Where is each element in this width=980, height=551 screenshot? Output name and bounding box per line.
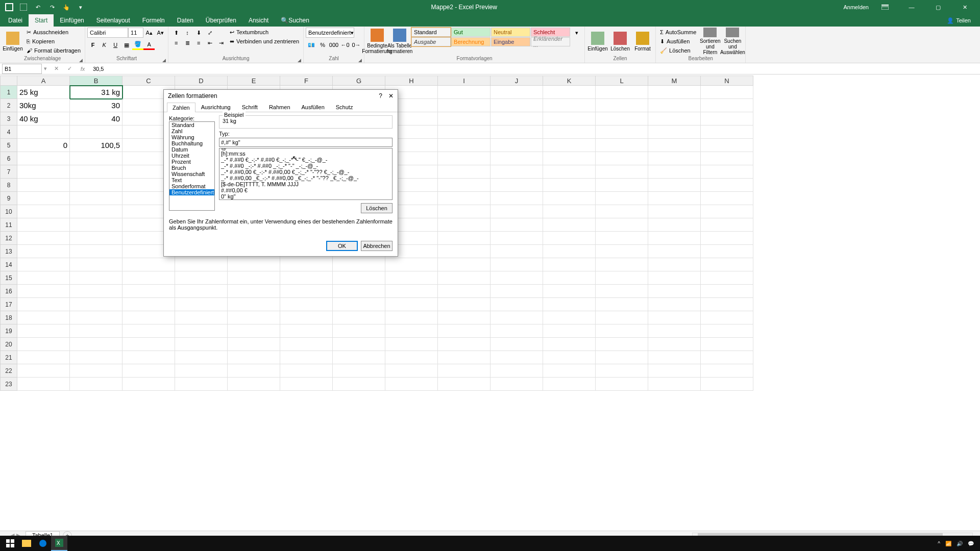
currency-icon[interactable]: 💶 (306, 40, 317, 50)
style-erkl[interactable]: Erklärender ... (531, 37, 570, 46)
group-cells: Einfügen Löschen Format Zellen (585, 27, 656, 63)
style-eingabe[interactable]: Eingabe (491, 37, 530, 46)
fill-button[interactable]: ⬇ Ausfüllen (658, 37, 698, 46)
decrease-indent-icon[interactable]: ⇤ (204, 38, 215, 48)
align-launcher-icon[interactable]: ◢ (298, 58, 301, 63)
group-styles: Bedingte Formatierung Als Tabelle format… (364, 27, 585, 63)
formula-bar: ▾ ✕ ✓ fx (0, 63, 980, 74)
undo-icon[interactable]: ↶ (33, 2, 43, 12)
increase-font-icon[interactable]: A▴ (143, 28, 155, 38)
cancel-formula-icon[interactable]: ✕ (51, 65, 61, 72)
maximize-button[interactable]: ▢ (928, 0, 948, 14)
conditional-format-button[interactable]: Bedingte Formatierung (366, 28, 388, 55)
ribbon-options-icon[interactable] (875, 0, 895, 14)
app-icon (4, 2, 14, 12)
delete-cells-button[interactable]: Löschen (609, 28, 631, 55)
font-name-combo[interactable] (87, 28, 128, 38)
enter-formula-icon[interactable]: ✓ (64, 65, 75, 72)
increase-decimal-icon[interactable]: ←0 (339, 40, 351, 50)
redo-icon[interactable]: ↷ (47, 2, 57, 12)
clear-button[interactable]: 🧹 Löschen (658, 46, 698, 55)
number-launcher-icon[interactable]: ◢ (358, 58, 362, 63)
align-right-icon[interactable]: ≡ (193, 38, 204, 48)
tab-start[interactable]: Start (29, 14, 54, 27)
align-top-icon[interactable]: ⬆ (170, 28, 182, 38)
merge-center-button[interactable]: ⬌ Verbinden und zentrieren (228, 37, 301, 46)
style-neutral[interactable]: Neutral (491, 28, 530, 37)
cut-button[interactable]: ✂ Ausschneiden (24, 28, 83, 37)
comma-icon[interactable]: 000 (328, 40, 339, 50)
tab-datei[interactable]: Datei (2, 14, 29, 27)
svg-rect-1 (6, 4, 12, 10)
style-gut[interactable]: Gut (451, 28, 491, 37)
svg-rect-2 (20, 4, 27, 11)
increase-indent-icon[interactable]: ⇥ (215, 38, 227, 48)
sort-filter-button[interactable]: Sortieren und Filtern (699, 28, 721, 55)
touch-icon[interactable]: 👆 (61, 2, 71, 12)
style-ausgabe[interactable]: Ausgabe (411, 37, 451, 46)
group-editing: Σ AutoSumme ⬇ Ausfüllen 🧹 Löschen Sortie… (656, 27, 746, 63)
fill-color-button[interactable]: 🪣 (132, 40, 143, 50)
tab-ueberpruefen[interactable]: Überprüfen (200, 14, 242, 27)
border-button[interactable]: ▦ (121, 40, 132, 50)
copy-button[interactable]: ⎘ Kopieren (24, 37, 83, 46)
format-cells-button[interactable]: Format (632, 28, 653, 55)
share-button[interactable]: 👤 Teilen (940, 14, 978, 27)
group-clipboard-title: Zwischenablage (24, 56, 61, 61)
tab-seitenlayout[interactable]: Seitenlayout (90, 14, 136, 27)
group-align: ⬆ ↕ ⬇ ⤢ ≡ ≣ ≡ ⇤ ⇥ ↩ Textumbruch ⬌ Verbin… (168, 27, 304, 63)
tab-suchen[interactable]: 🔍 Suchen (275, 14, 315, 27)
styles-more-icon[interactable]: ▾ (571, 28, 582, 38)
svg-rect-4 (881, 7, 889, 10)
align-bottom-icon[interactable]: ⬇ (193, 28, 204, 38)
tab-einfuegen[interactable]: Einfügen (54, 14, 90, 27)
account-link[interactable]: Anmelden (843, 4, 869, 10)
tab-formeln[interactable]: Formeln (136, 14, 171, 27)
insert-cells-button[interactable]: Einfügen (587, 28, 608, 55)
format-as-table-button[interactable]: Als Tabelle formatieren (389, 28, 410, 55)
underline-button[interactable]: U (110, 40, 121, 50)
close-button[interactable]: ✕ (954, 0, 975, 14)
tab-daten[interactable]: Daten (171, 14, 200, 27)
style-berechnung[interactable]: Berechnung (451, 37, 491, 46)
font-color-button[interactable]: A (143, 40, 155, 50)
format-painter-button[interactable]: 🖌 Format übertragen (24, 46, 83, 55)
group-number: Benutzerdefiniert▾ 💶 % 000 ←0 0→ Zahl◢ (304, 27, 364, 63)
titlebar: ↶ ↷ 👆 ▾ Mappe2 - Excel Preview Anmelden … (0, 0, 980, 14)
group-font-title: Schriftart (116, 56, 137, 61)
find-select-button[interactable]: Suchen und Auswählen (722, 28, 743, 55)
align-center-icon[interactable]: ≣ (182, 38, 193, 48)
autosum-button[interactable]: Σ AutoSumme (658, 28, 698, 37)
save-icon[interactable] (18, 2, 29, 12)
qat-dropdown-icon[interactable]: ▾ (76, 2, 86, 12)
tab-ansicht[interactable]: Ansicht (242, 14, 275, 27)
italic-button[interactable]: K (99, 40, 110, 50)
name-box[interactable] (2, 64, 42, 74)
decrease-font-icon[interactable]: A▾ (155, 28, 166, 38)
decrease-decimal-icon[interactable]: 0→ (351, 40, 362, 50)
minimize-button[interactable]: — (901, 0, 922, 14)
number-format-combo[interactable]: Benutzerdefiniert▾ (306, 28, 354, 38)
font-size-combo[interactable] (128, 28, 143, 38)
svg-rect-3 (881, 5, 889, 6)
group-number-title: Zahl (329, 56, 338, 61)
wrap-text-button[interactable]: ↩ Textumbruch (228, 28, 301, 37)
align-left-icon[interactable]: ≡ (170, 38, 182, 48)
percent-icon[interactable]: % (317, 40, 328, 50)
align-middle-icon[interactable]: ↕ (182, 28, 193, 38)
formula-input[interactable] (91, 66, 295, 72)
style-standard[interactable]: Standard (411, 28, 451, 37)
group-editing-title: Bearbeiten (689, 56, 713, 61)
group-align-title: Ausrichtung (223, 56, 250, 61)
font-launcher-icon[interactable]: ◢ (162, 58, 166, 63)
orientation-icon[interactable]: ⤢ (204, 28, 215, 38)
group-styles-title: Formatvorlagen (457, 56, 493, 61)
ribbon-tabs: Datei Start Einfügen Seitenlayout Formel… (0, 14, 980, 27)
group-cells-title: Zellen (613, 56, 627, 61)
clipboard-launcher-icon[interactable]: ◢ (79, 58, 83, 63)
group-font: A▴ A▾ F K U ▦ 🪣 A Schriftart◢ (85, 27, 168, 63)
paste-button[interactable]: Einfügen (2, 28, 23, 55)
bold-button[interactable]: F (87, 40, 99, 50)
fx-icon[interactable]: fx (78, 66, 88, 72)
window-title: Mappe2 - Excel Preview (90, 4, 838, 11)
